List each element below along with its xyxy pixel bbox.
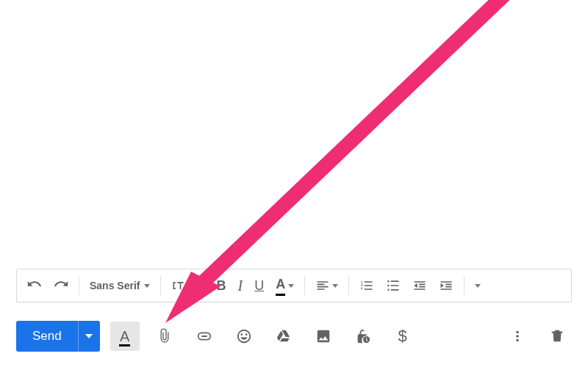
insert-emoji-button[interactable]: [229, 322, 259, 351]
compose-action-bar: Send A $: [16, 316, 572, 357]
compose-body[interactable]: [15, 0, 573, 253]
chevron-down-icon: [144, 284, 150, 288]
font-size-select[interactable]: [165, 274, 201, 297]
separator: [304, 276, 305, 295]
separator: [464, 276, 465, 295]
chevron-down-icon: [189, 284, 195, 288]
formatting-more-button[interactable]: [469, 274, 487, 297]
redo-icon: [54, 278, 68, 293]
triangle-down-icon: [85, 334, 93, 338]
formatting-options-button[interactable]: A: [110, 322, 140, 351]
indent-less-button[interactable]: [406, 274, 433, 297]
underline-button[interactable]: U: [248, 274, 270, 297]
discard-draft-button[interactable]: [542, 322, 572, 351]
link-icon: [196, 328, 212, 344]
separator: [160, 276, 161, 295]
align-left-icon: [315, 278, 330, 293]
redo-button[interactable]: [48, 274, 74, 297]
numbered-list-icon: [359, 278, 374, 293]
send-button-group: Send: [16, 321, 100, 352]
insert-drive-button[interactable]: [269, 322, 298, 351]
confidential-mode-button[interactable]: [348, 322, 378, 351]
chevron-down-icon: [475, 284, 481, 288]
font-size-icon: [171, 278, 186, 293]
bulleted-list-icon: [386, 278, 401, 293]
font-family-select[interactable]: Sans Serif: [84, 274, 156, 297]
formatting-toolbar: Sans Serif B I U A: [16, 269, 572, 302]
separator: [79, 276, 79, 295]
trash-icon: [549, 328, 565, 344]
send-button[interactable]: Send: [16, 321, 78, 352]
bulleted-list-button[interactable]: [380, 274, 406, 297]
undo-button[interactable]: [21, 274, 48, 297]
indent-less-icon: [412, 278, 427, 293]
bold-button[interactable]: B: [210, 274, 232, 297]
drive-icon: [276, 328, 292, 344]
insert-money-button[interactable]: $: [388, 322, 417, 351]
indent-more-button[interactable]: [433, 274, 459, 297]
send-options-button[interactable]: [78, 321, 100, 352]
image-icon: [315, 328, 331, 344]
undo-icon: [27, 278, 42, 293]
kebab-icon: [509, 328, 526, 344]
text-color-button[interactable]: A: [270, 274, 300, 297]
indent-more-icon: [439, 278, 453, 293]
chevron-down-icon: [288, 284, 294, 288]
more-options-button[interactable]: [503, 322, 532, 351]
align-button[interactable]: [309, 274, 344, 297]
separator: [348, 276, 349, 295]
attach-files-button[interactable]: [150, 322, 179, 351]
italic-button[interactable]: I: [232, 274, 248, 297]
lock-clock-icon: [355, 328, 371, 344]
emoji-icon: [236, 328, 252, 344]
paperclip-icon: [157, 328, 173, 344]
dollar-icon: $: [398, 327, 407, 346]
font-family-label: Sans Serif: [90, 280, 140, 291]
separator: [205, 276, 206, 295]
insert-photo-button[interactable]: [309, 322, 338, 351]
insert-link-button[interactable]: [190, 322, 219, 351]
numbered-list-button[interactable]: [354, 274, 380, 297]
chevron-down-icon: [332, 284, 338, 288]
